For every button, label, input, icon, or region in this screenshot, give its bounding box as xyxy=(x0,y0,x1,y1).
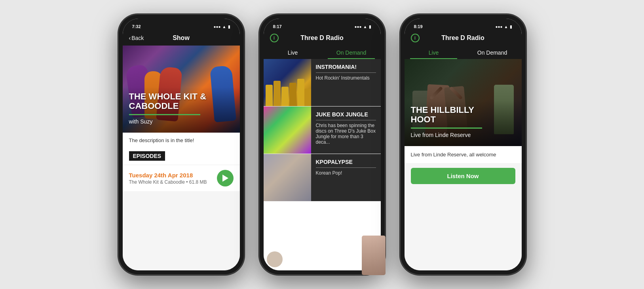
show-list-2: INSTROMANIA! Hot Rockin' Instrumentals J… xyxy=(264,59,381,270)
tab-live-3[interactable]: Live xyxy=(405,46,463,59)
episodes-label-1: EPISODES xyxy=(129,151,165,161)
instromania-bg xyxy=(264,59,311,106)
wifi-icon-3: ▲ xyxy=(504,25,508,29)
tabs-3: Live On Demand xyxy=(405,46,522,59)
phone-1: 7:32 ●●● ▲ ▮ ‹ Back Show xyxy=(118,14,245,275)
episode-item-1: Tuesday 24th Apr 2018 The Whole Kit & Ca… xyxy=(123,165,240,191)
show-desc-instromania: Hot Rockin' Instrumentals xyxy=(316,75,376,81)
show-info-jukebox: JUKE BOX JUNGLE Chris has been spinning … xyxy=(311,106,381,154)
battery-icon-1: ▮ xyxy=(228,25,230,29)
show-desc-kpop: Korean Pop! xyxy=(316,170,376,176)
battery-icon-3: ▮ xyxy=(510,25,512,29)
phone-2: 8:17 ●●● ▲ ▮ i Three D Radio Live On Dem… xyxy=(259,14,386,275)
band-p2 xyxy=(274,81,281,106)
nav-bar-3: i Three D Radio xyxy=(405,31,522,46)
time-2: 8:17 xyxy=(273,24,282,29)
show-name-kpop: KPOPALYPSE xyxy=(316,159,376,165)
episodes-header-1: EPISODES xyxy=(123,148,240,165)
nav-title-3: Three D Radio xyxy=(441,34,484,42)
show-name-instromania: INSTROMANIA! xyxy=(316,64,376,70)
hero-image-3: THE HILLBILLYHOOT Live from Linde Reserv… xyxy=(405,59,522,146)
wifi-icon-1: ▲ xyxy=(222,25,226,29)
info-icon-2[interactable]: i xyxy=(270,34,279,42)
signal-icon-3: ●●● xyxy=(495,25,502,29)
play-button-1[interactable] xyxy=(217,170,234,186)
tabs-2: Live On Demand xyxy=(264,46,381,59)
phones-container: 7:32 ●●● ▲ ▮ ‹ Back Show xyxy=(118,14,526,275)
show-divider-jukebox xyxy=(316,120,376,120)
show-thumb-kpop xyxy=(264,154,311,202)
hero-divider-1 xyxy=(129,114,200,115)
back-button-1[interactable]: ‹ Back xyxy=(129,35,144,41)
phone-notch-2 xyxy=(298,19,346,29)
hero-overlay-1: THE WHOLE KIT &CABOODLE with Suzy xyxy=(123,87,240,133)
battery-icon-2: ▮ xyxy=(369,25,371,29)
listen-now-button[interactable]: Listen Now xyxy=(411,168,515,184)
band-p5 xyxy=(297,79,304,106)
tab-ondemand-3[interactable]: On Demand xyxy=(463,46,522,59)
episode-details-1: Tuesday 24th Apr 2018 The Whole Kit & Ca… xyxy=(129,172,207,185)
phone-notch-3 xyxy=(439,19,487,29)
hero-title-1: THE WHOLE KIT &CABOODLE xyxy=(129,92,234,111)
phone-screen-3: 8:19 ●●● ▲ ▮ i Three D Radio Live On Dem… xyxy=(405,19,522,270)
show-thumb-instromania xyxy=(264,59,311,106)
time-3: 8:19 xyxy=(414,24,423,29)
chevron-left-icon-1: ‹ xyxy=(129,35,131,41)
show-card-instromania[interactable]: INSTROMANIA! Hot Rockin' Instrumentals xyxy=(264,59,381,106)
status-right-2: ●●● ▲ ▮ xyxy=(354,25,371,29)
jukebox-bg xyxy=(264,106,311,154)
show-desc-jukebox: Chris has been spinning the discs on Thr… xyxy=(316,123,376,145)
hero-subtitle-3: Live from Linde Reserve xyxy=(411,132,515,138)
live-description-3: Live from Linde Reserve, all welcome xyxy=(405,146,522,163)
wifi-icon-2: ▲ xyxy=(363,25,367,29)
show-divider-kpop xyxy=(316,167,376,168)
hero-divider-3 xyxy=(411,127,482,129)
show-info-kpop: KPOPALYPSE Korean Pop! xyxy=(311,154,381,201)
show-info-instromania: INSTROMANIA! Hot Rockin' Instrumentals xyxy=(311,59,381,106)
status-right-1: ●●● ▲ ▮ xyxy=(213,25,230,29)
show-card-kpop[interactable]: KPOPALYPSE Korean Pop! xyxy=(264,154,381,202)
nav-title-1: Show xyxy=(173,34,190,42)
phone-3: 8:19 ●●● ▲ ▮ i Three D Radio Live On Dem… xyxy=(400,14,526,275)
band-p6 xyxy=(304,89,311,106)
band-p4 xyxy=(289,83,296,106)
band-p3 xyxy=(281,87,289,106)
show-thumb-jukebox xyxy=(264,106,311,154)
signal-icon-1: ●●● xyxy=(213,25,220,29)
status-right-3: ●●● ▲ ▮ xyxy=(495,25,512,29)
nav-bar-1: ‹ Back Show xyxy=(123,31,240,46)
hero-overlay-3: THE HILLBILLYHOOT Live from Linde Reserv… xyxy=(405,101,522,146)
hero-subtitle-1: with Suzy xyxy=(129,118,234,125)
hero-image-1: THE WHOLE KIT &CABOODLE with Suzy xyxy=(123,46,240,133)
tab-ondemand-2[interactable]: On Demand xyxy=(322,46,381,59)
hero-title-3: THE HILLBILLYHOOT xyxy=(411,105,515,124)
description-1: The description is in the title! xyxy=(123,133,240,148)
show-divider-instromania xyxy=(316,72,376,73)
time-1: 7:32 xyxy=(132,24,141,29)
tab-live-2[interactable]: Live xyxy=(264,46,322,59)
show-card-jukebox[interactable]: JUKE BOX JUNGLE Chris has been spinning … xyxy=(264,106,381,154)
nav-title-2: Three D Radio xyxy=(300,34,343,42)
band-p1 xyxy=(266,85,273,106)
phone-screen-2: 8:17 ●●● ▲ ▮ i Three D Radio Live On Dem… xyxy=(264,19,381,270)
episode-info-1: The Whole Kit & Caboodle • 61.8 MB xyxy=(129,179,207,185)
info-icon-3[interactable]: i xyxy=(411,34,420,42)
phone-screen-1: 7:32 ●●● ▲ ▮ ‹ Back Show xyxy=(123,19,240,270)
kpop-bg xyxy=(264,154,311,202)
nav-bar-2: i Three D Radio xyxy=(264,31,381,46)
play-icon-1 xyxy=(222,175,228,182)
show-name-jukebox: JUKE BOX JUNGLE xyxy=(316,111,376,118)
phone-notch-1 xyxy=(158,19,205,29)
live-content-3: Live from Linde Reserve, all welcome Lis… xyxy=(405,146,522,270)
episode-date-1: Tuesday 24th Apr 2018 xyxy=(129,172,207,179)
signal-icon-2: ●●● xyxy=(354,25,361,29)
content-1: The description is in the title! EPISODE… xyxy=(123,133,240,270)
back-label-1: Back xyxy=(131,35,144,41)
